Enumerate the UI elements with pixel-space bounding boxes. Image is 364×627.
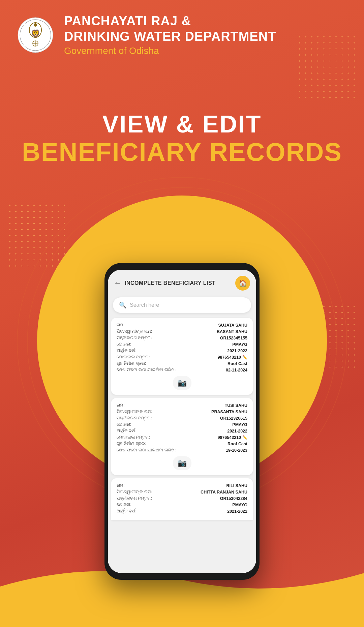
edit-icon-2[interactable]: ✏️: [242, 435, 247, 440]
beneficiary-card-2: ନାମ: TUSI SAHU ପିତା/ସ୍ୱାମୀଙ୍କ ନାମ: PRASA…: [111, 398, 253, 475]
app-topbar-left: ← INCOMPLETE BENEFICIARY LIST: [114, 279, 216, 288]
search-bar[interactable]: 🔍 Search here: [113, 297, 251, 313]
card-row-year-2: ଆର୍ଥିକ ବର୍ଷ: 2021-2022: [117, 428, 247, 434]
card-row-scheme-2: ଯୋଜନା: PMAYG: [117, 422, 247, 427]
home-button[interactable]: 🏠: [235, 276, 250, 291]
reg-label-1: ପଞ୍ଜୀକରଣ ନମ୍ବର:: [117, 335, 152, 340]
father-label-2: ପିତା/ସ୍ୱାମୀଙ୍କ ନାମ:: [117, 409, 152, 414]
name-label-2: ନାମ:: [117, 403, 124, 408]
svg-text:🦁: 🦁: [31, 29, 40, 38]
camera-icon-2[interactable]: 📷: [173, 456, 191, 470]
year-value-1: 2021-2022: [227, 349, 247, 353]
reg-value-2: OR152326615: [220, 416, 247, 421]
reg-value-3: OR153042284: [220, 496, 247, 501]
card-row-stage-1: ଗୃହ ନିର୍ମାଣ ସ୍ତର: Roof Cast: [117, 361, 247, 366]
name-label-1: ନାମ:: [117, 323, 124, 328]
card-row-scheme-1: ଯୋଜନା: PMAYG: [117, 342, 247, 347]
hero-line2: BENEFICIARY RECORDS: [17, 138, 347, 166]
date-value-2: 19-10-2023: [226, 448, 247, 453]
hero-line1: VIEW & EDIT: [17, 110, 347, 138]
name-value-3: RILI SAHU: [226, 483, 248, 488]
scheme-value-3: PMAYG: [232, 503, 247, 507]
name-label-3: ନାମ:: [117, 483, 124, 488]
year-label-1: ଆର୍ଥିକ ବର୍ଷ:: [117, 348, 136, 353]
card-row-name-2: ନାମ: TUSI SAHU: [117, 403, 247, 408]
date-value-1: 02-11-2024: [226, 368, 247, 372]
card-row-name-3: ନାମ: RILI SAHU: [117, 483, 247, 488]
edit-icon-1[interactable]: ✏️: [242, 355, 247, 360]
phone-screen: ← INCOMPLETE BENEFICIARY LIST 🏠 🔍 Search…: [108, 270, 256, 573]
camera-button-2[interactable]: 📷: [117, 456, 247, 470]
father-value-2: PRASANTA SAHU: [211, 410, 247, 414]
reg-value-1: OR152345155: [220, 336, 247, 340]
card-row-stage-2: ଗୃହ ନିର୍ମାଣ ସ୍ତର: Roof Cast: [117, 441, 247, 446]
mobile-value-2[interactable]: 9876543210 ✏️: [217, 435, 247, 440]
scheme-value-1: PMAYG: [232, 342, 247, 347]
phone-notch: [165, 263, 199, 270]
card-row-reg-1: ପଞ୍ଜୀକରଣ ନମ୍ବର: OR152345155: [117, 335, 247, 340]
search-input-placeholder[interactable]: Search here: [130, 302, 159, 308]
card-row-father-3: ପିତା/ସ୍ୱାମୀଙ୍କ ନାମ: CHITTA RANJAN SAHU: [117, 489, 247, 495]
org-subtitle: Government of Odisha: [64, 46, 276, 56]
search-icon: 🔍: [119, 301, 126, 309]
scheme-label-3: ଯୋଜନା:: [117, 502, 131, 507]
government-logo: 🦁: [17, 17, 54, 54]
card-row-reg-3: ପଞ୍ଜୀକରଣ ନମ୍ବର: OR153042284: [117, 496, 247, 501]
reg-label-3: ପଞ୍ଜୀକରଣ ନମ୍ବର:: [117, 496, 152, 501]
screen-title: INCOMPLETE BENEFICIARY LIST: [125, 280, 216, 286]
father-label-1: ପିତା/ସ୍ୱାମୀଙ୍କ ନାମ:: [117, 329, 152, 334]
card-row-father-1: ପିତା/ସ୍ୱାମୀଙ୍କ ନାମ: BASANT SAHU: [117, 329, 247, 334]
stage-label-2: ଗୃହ ନିର୍ମାଣ ସ୍ତର:: [117, 441, 146, 446]
beneficiary-card-3: ନାମ: RILI SAHU ପିତା/ସ୍ୱାମୀଙ୍କ ନାମ: CHITT…: [111, 478, 253, 520]
year-value-3: 2021-2022: [227, 509, 247, 514]
card-row-scheme-3: ଯୋଜନା: PMAYG: [117, 502, 247, 507]
card-row-reg-2: ପଞ୍ଜୀକରଣ ନମ୍ବର: OR152326615: [117, 416, 247, 421]
phone-mockup: ← INCOMPLETE BENEFICIARY LIST 🏠 🔍 Search…: [104, 263, 260, 580]
card-row-name-1: ନାମ: SUJATA SAHU: [117, 323, 247, 328]
scheme-value-2: PMAYG: [232, 422, 247, 427]
mobile-label-2: ମୋବାଇଲ ନମ୍ବର:: [117, 435, 150, 440]
name-value-2: TUSI SAHU: [225, 403, 247, 408]
camera-icon-1[interactable]: 📷: [173, 376, 191, 390]
name-value-1: SUJATA SAHU: [218, 323, 247, 328]
mobile-value-1[interactable]: 9876543210 ✏️: [217, 355, 247, 360]
father-value-3: CHITTA RANJAN SAHU: [201, 490, 247, 495]
org-name-line2: DRINKING WATER DEPARTMENT: [64, 29, 276, 44]
date-label-2: ଶେଷ ଫଟୋ ଉଠା ଯାଇଥ‌ିବା ତାରିଖ:: [117, 448, 176, 453]
stage-value-1: Roof Cast: [228, 361, 247, 366]
card-row-year-1: ଆର୍ଥିକ ବର୍ଷ: 2021-2022: [117, 348, 247, 353]
card-row-mobile-2: ମୋବାଇଲ ନମ୍ବର: 9876543210 ✏️: [117, 435, 247, 440]
scheme-label-1: ଯୋଜନା:: [117, 342, 131, 347]
card-row-date-1: ଶେଷ ଫଟୋ ଉଠା ଯାଇଥ‌ିବା ତାରିଖ: 02-11-2024: [117, 367, 247, 372]
card-row-date-2: ଶେଷ ଫଟୋ ଉଠା ଯାଇଥ‌ିବା ତାରିଖ: 19-10-2023: [117, 448, 247, 453]
org-name-line1: PANCHAYATI RAJ &: [64, 13, 276, 29]
date-label-1: ଶେଷ ଫଟୋ ଉଠା ଯାଇଥ‌ିବା ତାରିଖ:: [117, 367, 176, 372]
year-label-3: ଆର୍ଥିକ ବର୍ଷ:: [117, 509, 136, 514]
back-button[interactable]: ←: [114, 279, 121, 288]
main-title-section: VIEW & EDIT BENEFICIARY RECORDS: [0, 110, 364, 166]
phone-frame: ← INCOMPLETE BENEFICIARY LIST 🏠 🔍 Search…: [104, 263, 260, 580]
stage-value-2: Roof Cast: [228, 442, 247, 446]
year-label-2: ଆର୍ଥିକ ବର୍ଷ:: [117, 428, 136, 434]
scheme-label-2: ଯୋଜନା:: [117, 422, 131, 427]
father-value-1: BASANT SAHU: [217, 329, 247, 334]
beneficiary-card-1: ନାମ: SUJATA SAHU ପିତା/ସ୍ୱାମୀଙ୍କ ନାମ: BAS…: [111, 318, 253, 395]
card-row-mobile-1: ମୋବାଇଲ ନମ୍ବର: 9876543210 ✏️: [117, 355, 247, 360]
reg-label-2: ପଞ୍ଜୀକରଣ ନମ୍ବର:: [117, 416, 152, 421]
camera-button-1[interactable]: 📷: [117, 376, 247, 390]
card-row-father-2: ପିତା/ସ୍ୱାମୀଙ୍କ ନାମ: PRASANTA SAHU: [117, 409, 247, 414]
father-label-3: ପିତା/ସ୍ୱାମୀଙ୍କ ନାମ:: [117, 489, 152, 495]
mobile-label-1: ମୋବାଇଲ ନମ୍ବର:: [117, 355, 150, 360]
header: 🦁 PANCHAYATI RAJ & DRINKING WATER DEPART…: [0, 0, 364, 70]
stage-label-1: ଗୃହ ନିର୍ମାଣ ସ୍ତର:: [117, 361, 146, 366]
header-text: PANCHAYATI RAJ & DRINKING WATER DEPARTME…: [64, 13, 276, 56]
app-topbar: ← INCOMPLETE BENEFICIARY LIST 🏠: [108, 270, 256, 294]
card-row-year-3: ଆର୍ଥିକ ବର୍ଷ: 2021-2022: [117, 509, 247, 514]
svg-point-3: [34, 23, 37, 27]
year-value-2: 2021-2022: [227, 429, 247, 434]
